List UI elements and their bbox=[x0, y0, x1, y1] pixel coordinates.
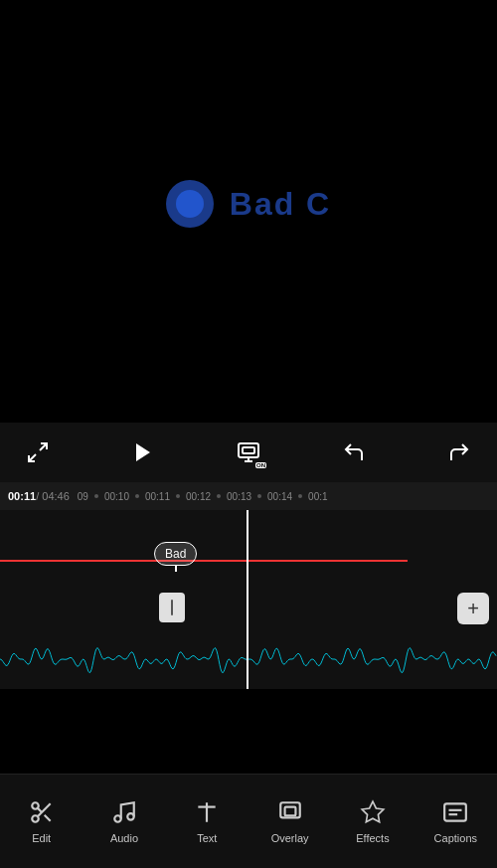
svg-marker-2 bbox=[136, 443, 150, 461]
text-clip[interactable]: Bad bbox=[154, 542, 197, 566]
toolbar-item-effects[interactable]: Effects bbox=[343, 790, 403, 852]
toolbar-label-captions: Captions bbox=[434, 832, 477, 844]
total-time: / 04:46 bbox=[36, 490, 70, 502]
toolbar-item-text[interactable]: Text bbox=[177, 790, 237, 852]
edit-handle-button[interactable] bbox=[159, 593, 185, 622]
red-line bbox=[0, 560, 408, 562]
video-logo bbox=[166, 180, 214, 228]
svg-point-8 bbox=[32, 815, 39, 822]
redo-button[interactable] bbox=[441, 434, 477, 470]
playhead bbox=[247, 510, 248, 689]
svg-line-0 bbox=[40, 443, 47, 450]
svg-line-10 bbox=[44, 815, 50, 821]
undo-button[interactable] bbox=[336, 434, 372, 470]
toolbar-item-audio[interactable]: Audio bbox=[94, 790, 154, 852]
toolbar-label-effects: Effects bbox=[356, 832, 389, 844]
svg-rect-19 bbox=[444, 803, 466, 820]
toolbar-item-edit[interactable]: Edit bbox=[12, 790, 72, 852]
text-icon bbox=[193, 798, 221, 826]
toolbar-item-overlay[interactable]: Overlay bbox=[260, 790, 320, 852]
svg-marker-18 bbox=[362, 801, 384, 822]
svg-rect-4 bbox=[243, 447, 254, 453]
toolbar-label-audio: Audio bbox=[110, 832, 138, 844]
svg-rect-17 bbox=[284, 807, 295, 816]
clip-monitor-button[interactable] bbox=[231, 434, 266, 470]
bottom-toolbar: Edit Audio Text Overlay bbox=[0, 774, 497, 868]
fullscreen-button[interactable] bbox=[20, 434, 56, 470]
svg-point-13 bbox=[127, 813, 134, 820]
spacer bbox=[0, 408, 497, 423]
current-time: 00:11 bbox=[8, 490, 36, 502]
video-title: Bad C bbox=[230, 186, 331, 223]
scissors-icon bbox=[28, 798, 56, 826]
timeline-editor: Bad + bbox=[0, 510, 497, 689]
toolbar-label-edit: Edit bbox=[32, 832, 51, 844]
toolbar-item-captions[interactable]: Captions bbox=[425, 790, 485, 852]
timeline-bar: 00:11 / 04:46 09 00:10 00:11 00:12 00:13… bbox=[0, 482, 497, 510]
toolbar-label-overlay: Overlay bbox=[271, 832, 309, 844]
audio-icon bbox=[110, 798, 138, 826]
add-clip-button[interactable]: + bbox=[457, 593, 489, 624]
clip-label-bad: Bad bbox=[154, 542, 197, 566]
svg-point-7 bbox=[32, 802, 39, 809]
svg-line-1 bbox=[29, 454, 36, 461]
marker-09: 09 bbox=[78, 491, 88, 502]
effects-icon bbox=[359, 798, 387, 826]
timeline-markers: 09 00:10 00:11 00:12 00:13 00:14 00:1 bbox=[78, 491, 489, 502]
overlay-icon bbox=[276, 798, 304, 826]
toolbar-label-text: Text bbox=[197, 832, 217, 844]
video-preview: Bad C bbox=[0, 0, 497, 408]
svg-point-12 bbox=[114, 815, 121, 822]
controls-bar bbox=[0, 423, 497, 482]
waveform bbox=[0, 629, 497, 689]
svg-line-11 bbox=[37, 808, 41, 812]
captions-icon bbox=[441, 798, 469, 826]
play-button[interactable] bbox=[125, 434, 161, 470]
